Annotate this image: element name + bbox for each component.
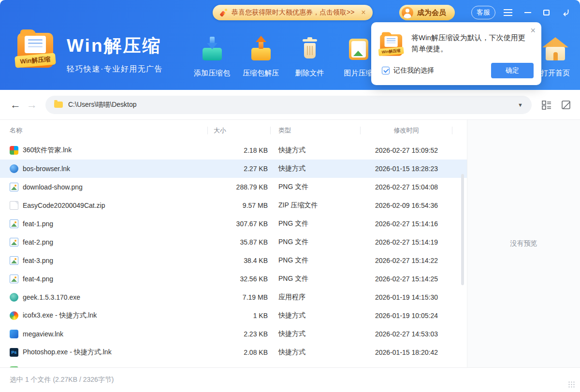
minimize-icon[interactable] bbox=[524, 12, 531, 13]
file-name: Photoshop.exe - 快捷方式.lnk bbox=[23, 348, 112, 357]
scrollbar-thumb[interactable] bbox=[461, 174, 464, 285]
file-row[interactable]: download-show.png 288.79 KB PNG 文件 2026-… bbox=[0, 178, 467, 196]
file-row[interactable]: megaview.lnk 2.23 KB 快捷方式 2026-02-27 14:… bbox=[0, 325, 467, 343]
address-row: C:\Users\喵喵\Desktop bbox=[0, 90, 580, 120]
column-header-modified[interactable]: 修改时间 bbox=[361, 127, 452, 134]
vip-button[interactable]: 成为会员 bbox=[399, 5, 455, 20]
delete-files-icon bbox=[296, 36, 323, 63]
file-type: 快捷方式 bbox=[271, 348, 361, 357]
menu-icon[interactable] bbox=[504, 9, 512, 16]
file-icon bbox=[10, 183, 18, 191]
remember-checkbox[interactable] bbox=[382, 67, 390, 74]
toolbar-add-archive[interactable]: 添加压缩包 bbox=[188, 36, 236, 78]
file-row[interactable]: feat-1.png 307.67 KB PNG 文件 2026-02-27 1… bbox=[0, 215, 467, 233]
app-logo-icon: Win解压缩 bbox=[16, 29, 54, 71]
toolbar-open-home-label: 打开首页 bbox=[541, 69, 570, 78]
file-icon bbox=[10, 311, 18, 320]
window-controls bbox=[504, 8, 570, 17]
file-type: PNG 文件 bbox=[271, 275, 361, 283]
file-row[interactable]: EasyCode20200049Cat.zip 9.57 MB ZIP 压缩文件… bbox=[0, 196, 467, 215]
file-icon bbox=[10, 275, 18, 283]
view-mode-icon[interactable] bbox=[541, 100, 552, 110]
resize-grip[interactable] bbox=[568, 381, 575, 388]
file-icon bbox=[10, 164, 18, 173]
toolbar-extract-archive-label: 压缩包解压 bbox=[243, 69, 279, 78]
support-button[interactable]: 客服 bbox=[471, 6, 495, 19]
file-icon bbox=[10, 330, 18, 338]
promo-close-icon[interactable]: × bbox=[361, 9, 365, 16]
remember-checkbox-row[interactable]: 记住我的选择 bbox=[382, 66, 434, 75]
forward-button[interactable] bbox=[25, 99, 39, 111]
app-subtitle: 轻巧快速·专业好用无广告 bbox=[67, 64, 163, 74]
file-size: 307.67 KB bbox=[208, 220, 271, 228]
file-size: 35.87 KB bbox=[208, 238, 271, 246]
file-name: 360软件管家.lnk bbox=[23, 146, 72, 155]
toolbar-open-home[interactable]: 打开首页 bbox=[537, 36, 573, 78]
file-icon bbox=[10, 219, 18, 228]
logo-document-icon bbox=[25, 36, 46, 53]
file-modified: 2026-02-27 14:53:03 bbox=[361, 330, 452, 338]
file-name: feat-2.png bbox=[23, 238, 53, 246]
dropdown-caret-icon[interactable] bbox=[518, 102, 523, 108]
default-app-popup: × Win解压缩 将Win解压缩设为默认，下次使用更简单便捷。 记住我的选择 确… bbox=[371, 22, 541, 85]
popup-logo-icon: Win解压缩 bbox=[379, 32, 404, 59]
address-bar[interactable]: C:\Users\喵喵\Desktop bbox=[45, 96, 532, 114]
column-header-size[interactable]: 大小 bbox=[208, 127, 271, 134]
promo-text[interactable]: 恭喜您获得限时大额优惠券，点击领取>> bbox=[232, 8, 354, 17]
file-modified: 2026-01-15 18:20:42 bbox=[361, 348, 452, 356]
file-name: feat-3.png bbox=[23, 257, 53, 264]
back-button[interactable] bbox=[9, 99, 22, 111]
file-row[interactable]: 360软件管家.lnk 2.18 KB 快捷方式 2026-02-27 15:0… bbox=[0, 141, 467, 160]
file-modified: 2026-02-09 16:54:36 bbox=[361, 202, 452, 209]
file-row[interactable]: feat-3.png 38.4 KB PNG 文件 2026-02-27 15:… bbox=[0, 251, 467, 270]
file-size: 2.23 KB bbox=[208, 330, 271, 338]
confirm-button[interactable]: 确定 bbox=[491, 63, 534, 78]
file-list-body: 360软件管家.lnk 2.18 KB 快捷方式 2026-02-27 15:0… bbox=[0, 141, 467, 367]
maximize-icon[interactable] bbox=[543, 10, 550, 15]
toolbar-add-archive-label: 添加压缩包 bbox=[194, 69, 230, 78]
file-type: 快捷方式 bbox=[271, 311, 361, 320]
file-row[interactable]: bos-browser.lnk 2.27 KB 快捷方式 2026-01-15 … bbox=[0, 160, 467, 178]
file-size: 2.18 KB bbox=[208, 146, 271, 154]
file-row[interactable]: feat-2.png 35.87 KB PNG 文件 2026-02-27 15… bbox=[0, 233, 467, 251]
curved-arrow-icon[interactable] bbox=[562, 8, 570, 17]
vip-label: 成为会员 bbox=[417, 8, 446, 17]
file-row[interactable] bbox=[0, 362, 467, 367]
popup-footer: 记住我的选择 确定 bbox=[382, 63, 534, 78]
file-icon bbox=[10, 201, 18, 210]
extract-archive-icon bbox=[247, 36, 275, 63]
file-row[interactable]: geek.1.5.3.170.exe 7.19 MB 应用程序 2026-01-… bbox=[0, 288, 467, 306]
file-row[interactable]: icofx3.exe - 快捷方式.lnk 1 KB 快捷方式 2026-01-… bbox=[0, 306, 467, 325]
add-archive-icon bbox=[199, 36, 226, 63]
promo-banner[interactable]: 恭喜您获得限时大额优惠券，点击领取>> × bbox=[213, 5, 373, 20]
file-type: PNG 文件 bbox=[271, 183, 361, 191]
preview-toggle-icon[interactable] bbox=[561, 100, 571, 110]
file-modified: 2026-01-15 18:28:23 bbox=[361, 165, 452, 173]
file-row[interactable]: feat-4.png 32.56 KB PNG 文件 2026-02-27 15… bbox=[0, 270, 467, 288]
avatar-icon bbox=[402, 7, 413, 18]
column-header-name[interactable]: 名称 bbox=[0, 127, 208, 134]
file-size: 1 KB bbox=[208, 312, 271, 319]
file-modified: 2026-02-27 15:14:16 bbox=[361, 220, 452, 228]
file-size: 2.08 KB bbox=[208, 348, 271, 356]
file-modified: 2026-01-19 10:05:24 bbox=[361, 312, 452, 319]
column-headers: 名称 大小 类型 修改时间 bbox=[0, 120, 467, 141]
file-type: 快捷方式 bbox=[271, 164, 361, 173]
folder-icon bbox=[54, 102, 63, 108]
preview-pane: 没有预览 bbox=[467, 120, 580, 367]
file-type: 快捷方式 bbox=[271, 146, 361, 155]
popup-body: Win解压缩 将Win解压缩设为默认，下次使用更简单便捷。 bbox=[379, 32, 534, 59]
toolbar-delete-files[interactable]: 删除文件 bbox=[285, 36, 334, 78]
file-row[interactable]: Photoshop.exe - 快捷方式.lnk 2.08 KB 快捷方式 20… bbox=[0, 343, 467, 362]
file-size: 2.27 KB bbox=[208, 165, 271, 173]
file-name: icofx3.exe - 快捷方式.lnk bbox=[23, 311, 97, 320]
file-name: bos-browser.lnk bbox=[23, 165, 70, 173]
toolbar: 添加压缩包 压缩包解压 删除文件 图片压缩 bbox=[188, 36, 383, 78]
file-modified: 2026-02-27 15:04:08 bbox=[361, 183, 452, 191]
file-name: download-show.png bbox=[23, 183, 83, 191]
column-header-type[interactable]: 类型 bbox=[271, 127, 361, 134]
file-size: 38.4 KB bbox=[208, 257, 271, 264]
file-name: megaview.lnk bbox=[23, 330, 63, 338]
address-path[interactable]: C:\Users\喵喵\Desktop bbox=[68, 101, 512, 109]
toolbar-extract-archive[interactable]: 压缩包解压 bbox=[236, 36, 285, 78]
